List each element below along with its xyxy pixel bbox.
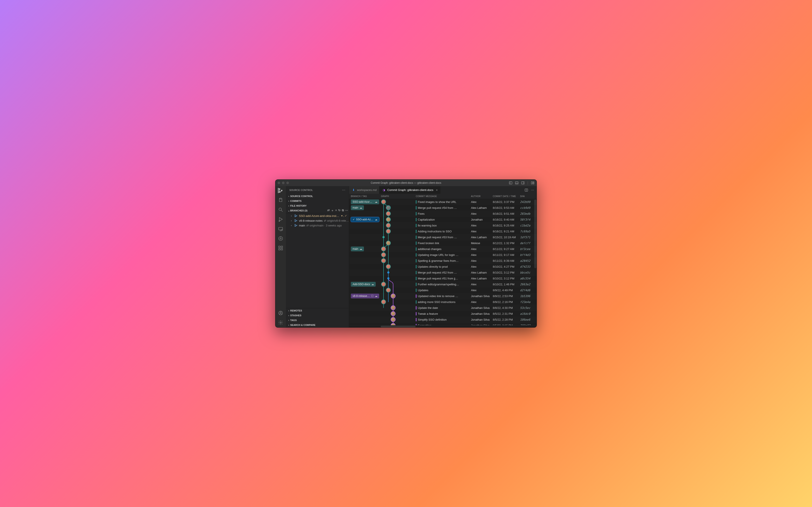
col-graph[interactable]: GRAPH <box>380 195 415 198</box>
horizontal-scrollbar[interactable] <box>349 325 537 327</box>
branch-chip[interactable]: v8-8-release-…☐☁ <box>351 294 379 298</box>
commit-row[interactable]: FormattingJonathan Silva8/5/22, 2:15 PM3… <box>349 323 537 325</box>
layout-customize-icon[interactable] <box>531 181 534 185</box>
list-icon[interactable]: ≡ <box>335 209 337 213</box>
commit-date: 8/10/22, 1:46 PM <box>491 283 519 286</box>
section-branches[interactable]: ⌄BRANCHES (3) ⇄ ＋ ≡ ↻ ⧉ ⋯ <box>286 208 349 213</box>
commit-author: Alex <box>470 212 491 215</box>
arrow-down-icon: ⬇ <box>352 188 355 192</box>
branch-chip[interactable]: main☁ <box>351 205 364 210</box>
commit-date: 8/11/22, 8:39 AM <box>491 259 519 263</box>
avatar <box>386 288 390 292</box>
commit-message: Fixed images to show the URL <box>416 200 470 204</box>
section-label: SEARCH & COMPARE <box>290 324 316 326</box>
commit-row[interactable]: Merge pull request #51 from jj…Alex Lath… <box>349 276 537 281</box>
source-control-icon[interactable] <box>278 188 283 193</box>
sidebar-title: SOURCE CONTROL ⋯ <box>286 186 349 194</box>
commit-row[interactable]: Spelling & grammar fixes from…Alex8/11/2… <box>349 258 537 264</box>
commit-date: 8/10/22, 3:12 PM <box>491 277 519 280</box>
branch-chip[interactable]: Add-SSO-docs☁ <box>351 282 376 287</box>
layout-sidebar-right-icon[interactable] <box>521 181 525 185</box>
svg-point-30 <box>295 216 295 217</box>
commit-row[interactable]: main☁Merge pull request #54 from …Alex L… <box>349 205 537 211</box>
more-icon[interactable]: ⋯ <box>345 209 348 213</box>
tab-more-icon[interactable]: ⋯ <box>531 188 534 191</box>
close-dot[interactable] <box>278 181 280 184</box>
col-sha[interactable]: SHA <box>519 195 534 198</box>
commit-row[interactable]: Tweak a featureJonathan Silva8/5/22, 2:3… <box>349 311 537 317</box>
avatar <box>391 306 395 310</box>
explorer-icon[interactable] <box>278 198 283 203</box>
commit-row[interactable]: Updates directly to prodAlex8/10/22, 4:2… <box>349 264 537 270</box>
branch-chip[interactable]: ✓SSO-add-Azur…☁ <box>351 217 379 222</box>
commit-rows[interactable]: SSO-add-Azure-a…☁Fixed images to show th… <box>349 199 537 325</box>
commit-date: 8/8/22, 4:30 PM <box>491 306 519 309</box>
commit-row[interactable]: fix warning boxAlex8/16/22, 9:25 AMc1bd2… <box>349 223 537 228</box>
commit-row[interactable]: Add-SSO-docs☁Further edits/grammar/spell… <box>349 281 537 287</box>
titlebar[interactable]: Commit Graph: gitkraken-client-docs — gi… <box>275 180 537 186</box>
branch-chip[interactable]: SSO-add-Azure-a…☁ <box>351 200 379 204</box>
branch-chip[interactable]: main☁ <box>351 246 364 251</box>
hscroll-thumb[interactable] <box>381 326 416 327</box>
add-icon[interactable]: ＋ <box>331 209 334 213</box>
commit-message: Tweak a feature <box>416 312 470 316</box>
section-label: STASHES <box>290 314 301 317</box>
section-commits[interactable]: ›COMMITS <box>286 199 349 203</box>
commit-row[interactable]: Fixed broken linkMelese8/12/22, 1:32 PMd… <box>349 240 537 246</box>
branch-item[interactable]: ›SSO-add-Azure-and-okta-inst…▾ , ✓ <box>286 213 349 218</box>
zoom-dot[interactable] <box>286 181 289 184</box>
swap-icon[interactable]: ⇄ <box>327 209 330 213</box>
section-search-compare[interactable]: ›SEARCH & COMPARE <box>286 323 349 327</box>
split-editor-icon[interactable] <box>525 188 528 192</box>
commit-row[interactable]: Adding instructions to SSOAlex8/16/22, 9… <box>349 228 537 234</box>
tab[interactable]: ◑Commit Graph: gitkraken-client-docs× <box>379 186 440 194</box>
close-icon[interactable]: × <box>436 188 438 192</box>
search-icon[interactable] <box>278 207 283 212</box>
accounts-icon[interactable] <box>278 311 283 316</box>
commit-row[interactable]: SSO-add-Azure-a…☁Fixed images to show th… <box>349 199 537 205</box>
commit-row[interactable]: UpdatesAlex8/9/22, 4:49 PMd2f4d6 <box>349 287 537 293</box>
commit-row[interactable]: Updating image URL for login …Alex8/11/2… <box>349 252 537 258</box>
commit-author: Alex <box>470 300 491 304</box>
branch-item[interactable]: ›main ⇄ origin/main · 3 weeks ago <box>286 223 349 228</box>
commit-row[interactable]: main☁additional changesAlex8/11/22, 9:27… <box>349 246 537 252</box>
commit-row[interactable]: Merge pull request #52 from …Alex Latham… <box>349 270 537 276</box>
settings-gear-icon[interactable] <box>278 320 283 325</box>
section-tags[interactable]: ›TAGS <box>286 318 349 323</box>
commit-author: Alex Latham <box>470 277 491 280</box>
col-author[interactable]: AUTHOR <box>470 195 491 198</box>
tab[interactable]: ⬇workspaces.md <box>349 186 379 194</box>
commit-row[interactable]: v8-8-release-…☐☁Updated video link to re… <box>349 293 537 299</box>
remote-explorer-icon[interactable] <box>278 226 283 231</box>
commit-row[interactable]: Simplify SSO definitionJonathan Silva8/5… <box>349 317 537 323</box>
scroll-thumb[interactable] <box>534 200 536 268</box>
commit-author: Alex <box>470 224 491 227</box>
section-remotes[interactable]: ›REMOTES <box>286 308 349 313</box>
commit-row[interactable]: FixesAlex8/16/22, 9:51 AM283edb <box>349 211 537 217</box>
gitlens-icon[interactable] <box>278 236 283 241</box>
commit-row[interactable]: Update the dateJonathan Silva8/8/22, 4:3… <box>349 305 537 311</box>
vertical-scrollbar[interactable] <box>534 200 536 325</box>
commit-sha: ccb9d9 <box>519 206 534 210</box>
col-message[interactable]: COMMIT MESSAGE <box>415 195 470 198</box>
col-branch[interactable]: BRANCH / TAG <box>349 195 380 198</box>
refresh-icon[interactable]: ↻ <box>338 209 340 213</box>
layout-sidebar-left-icon[interactable] <box>509 181 512 185</box>
section-stashes[interactable]: ›STASHES <box>286 313 349 318</box>
commit-row[interactable]: adding more SSO instructionsAlex8/9/22, … <box>349 299 537 305</box>
layout-panel-icon[interactable] <box>515 181 519 185</box>
minimize-dot[interactable] <box>282 181 284 184</box>
col-date[interactable]: COMMIT DATE / TIME <box>491 195 519 198</box>
branch-item[interactable]: ›v8-8-release-notes ⇄ origin/v8-8-rele… <box>286 218 349 223</box>
commit-row[interactable]: ✓SSO-add-Azur…☁CapitalizationJonathan8/1… <box>349 217 537 223</box>
extensions-icon[interactable] <box>278 245 283 251</box>
sidebar-more-icon[interactable]: ⋯ <box>342 188 345 192</box>
copy-icon[interactable]: ⧉ <box>342 209 344 213</box>
commit-date: 8/11/22, 9:17 AM <box>491 253 519 257</box>
commit-row[interactable]: Merge pull request #53 from …Alex Latham… <box>349 234 537 240</box>
run-debug-icon[interactable] <box>278 217 283 222</box>
section-file-history[interactable]: ›FILE HISTORY <box>286 203 349 208</box>
avatar <box>386 218 390 221</box>
avatar <box>391 294 395 298</box>
section-source-control[interactable]: ›SOURCE CONTROL <box>286 194 349 199</box>
